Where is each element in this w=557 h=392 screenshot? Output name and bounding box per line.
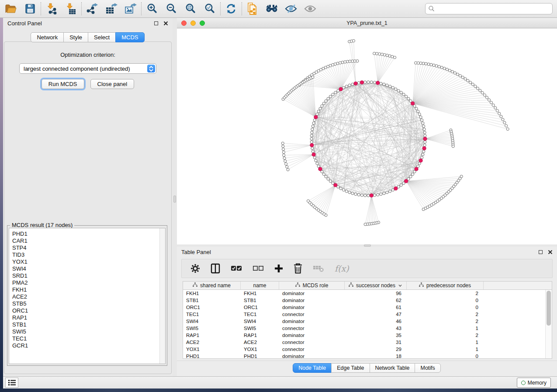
cell-MCDS-role: dominator: [279, 332, 345, 339]
search-input[interactable]: [435, 4, 552, 14]
close-window-button[interactable]: [181, 21, 187, 26]
tab-mcds[interactable]: MCDS: [115, 32, 144, 42]
table-row[interactable]: FKH1FKH1dominator962: [183, 290, 552, 297]
tab-node-table[interactable]: Node Table: [293, 363, 332, 373]
minimize-window-button[interactable]: [190, 21, 196, 26]
column-header-shared-name[interactable]: shared name: [183, 282, 241, 289]
tab-select[interactable]: Select: [88, 32, 116, 42]
import-table-icon[interactable]: [64, 2, 77, 15]
mcds-result-item[interactable]: SRD1: [12, 272, 165, 279]
mcds-result-item[interactable]: SWI5: [12, 328, 165, 335]
hide-details-icon[interactable]: [284, 2, 298, 15]
show-details-icon[interactable]: [304, 2, 317, 15]
table-row[interactable]: RAP1RAP1dominator352: [183, 332, 552, 339]
table-row[interactable]: SWI5SWI5connector431: [183, 325, 552, 332]
zoom-window-button[interactable]: [200, 21, 205, 26]
mcds-result-item[interactable]: CAR1: [12, 237, 165, 244]
cell-predecessor-nodes: 1: [407, 346, 484, 353]
table-scrollbar[interactable]: [545, 290, 552, 358]
zoom-out-icon[interactable]: [165, 2, 178, 15]
add-column-icon[interactable]: [274, 264, 283, 273]
cell-shared-name: TEC1: [183, 311, 241, 318]
close-panel-button[interactable]: Close panel: [90, 79, 135, 89]
cell-shared-name: SWI4: [183, 318, 241, 325]
network-search: [425, 3, 553, 14]
column-header-MCDS-role[interactable]: MCDS role: [279, 282, 345, 289]
export-network-icon[interactable]: [86, 2, 99, 15]
network-view-canvas[interactable]: [177, 28, 557, 244]
cell-name: SWI5: [241, 325, 279, 332]
show-columns-icon[interactable]: [211, 263, 220, 274]
float-panel-icon[interactable]: [154, 21, 158, 25]
mcds-result-item[interactable]: TEC1: [12, 335, 165, 342]
table-options-icon[interactable]: [190, 264, 200, 273]
table-row[interactable]: TEC1TEC1connector472: [183, 311, 552, 318]
close-panel-icon[interactable]: [548, 250, 553, 254]
table-row[interactable]: PHD1PHD1dominator180: [183, 353, 552, 360]
delete-column-icon[interactable]: [294, 263, 302, 274]
open-session-icon[interactable]: [4, 2, 17, 15]
tab-edge-table[interactable]: Edge Table: [331, 363, 370, 373]
table-row[interactable]: YOX1YOX1connector291: [183, 346, 552, 353]
tab-network[interactable]: Network: [31, 32, 64, 42]
criterion-select[interactable]: largest connected component (undirected): [19, 63, 156, 74]
desktop-wallpaper-left: [0, 18, 3, 392]
column-header-name[interactable]: name: [241, 282, 279, 289]
memory-button[interactable]: Memory: [517, 378, 551, 388]
select-all-checkbox-icon[interactable]: [231, 265, 242, 272]
export-image-icon[interactable]: [124, 2, 137, 15]
mcds-result-item[interactable]: ACE2: [12, 293, 165, 300]
node-table: shared namenameMCDS rolesuccessor nodesp…: [183, 281, 552, 359]
table-row[interactable]: ACE2ACE2connector311: [183, 339, 552, 346]
save-session-icon[interactable]: [24, 2, 37, 15]
mcds-result-list: PHD1CAR1STP4TID3YOX1SWI4SRD1PMA2FKH1ACE2…: [9, 228, 165, 349]
select-stepper-icon: [147, 65, 155, 72]
zoom-fit-icon[interactable]: [184, 2, 197, 15]
table-scrollbar-thumb[interactable]: [547, 291, 551, 326]
cell-predecessor-nodes: 0: [407, 353, 484, 360]
mcds-result-item[interactable]: STB1: [12, 321, 165, 328]
tab-style[interactable]: Style: [63, 32, 88, 42]
table-row[interactable]: ORC1ORC1dominator610: [183, 304, 552, 311]
cell-name: YOX1: [241, 346, 279, 353]
control-panel-title: Control Panel: [7, 20, 42, 27]
close-panel-icon[interactable]: [163, 21, 168, 26]
mcds-result-item[interactable]: PMA2: [12, 279, 165, 286]
zoom-in-icon[interactable]: [145, 2, 159, 15]
run-mcds-button[interactable]: Run MCDS: [42, 79, 84, 89]
cell-MCDS-role: connector: [279, 325, 345, 332]
first-neighbors-icon[interactable]: [265, 2, 278, 15]
result-list-scrollbar[interactable]: [159, 228, 165, 364]
cell-MCDS-role: dominator: [279, 318, 345, 325]
splitter-grip[interactable]: [173, 196, 176, 203]
refresh-view-icon[interactable]: [225, 2, 238, 15]
mcds-result-item[interactable]: ORC1: [12, 307, 165, 314]
clone-network-icon[interactable]: [246, 2, 259, 15]
vertical-splitter[interactable]: [173, 18, 177, 376]
tab-motifs[interactable]: Motifs: [415, 363, 440, 373]
deselect-all-checkbox-icon[interactable]: [253, 265, 264, 272]
table-row[interactable]: SWI4SWI4dominator462: [183, 318, 552, 325]
mcds-result-item[interactable]: YOX1: [12, 258, 165, 265]
mcds-result-item[interactable]: STP4: [12, 244, 165, 251]
import-network-icon[interactable]: [45, 2, 58, 15]
export-table-icon[interactable]: [105, 2, 118, 15]
mcds-result-item[interactable]: RAP1: [12, 314, 165, 321]
cell-MCDS-role: dominator: [279, 297, 345, 304]
network-window-titlebar[interactable]: YPA_prune.txt_1: [177, 18, 557, 28]
mcds-result-item[interactable]: STB5: [12, 300, 165, 307]
mcds-result-item[interactable]: FKH1: [12, 286, 165, 293]
task-history-button[interactable]: [5, 378, 18, 388]
cell-MCDS-role: connector: [279, 346, 345, 353]
zoom-selected-icon[interactable]: [203, 2, 216, 15]
mcds-result-item[interactable]: PHD1: [12, 230, 165, 237]
column-header-predecessor-nodes[interactable]: predecessor nodes: [407, 282, 484, 289]
mcds-result-item[interactable]: SWI4: [12, 265, 165, 272]
column-header-successor-nodes[interactable]: successor nodes: [345, 282, 407, 289]
float-panel-icon[interactable]: [539, 250, 543, 254]
mcds-result-item[interactable]: GCR1: [12, 342, 165, 349]
tab-network-table[interactable]: Network Table: [370, 363, 415, 373]
mcds-result-item[interactable]: TID3: [12, 251, 165, 258]
delete-table-icon: [313, 265, 324, 272]
table-row[interactable]: STB1STB1dominator620: [183, 297, 552, 304]
